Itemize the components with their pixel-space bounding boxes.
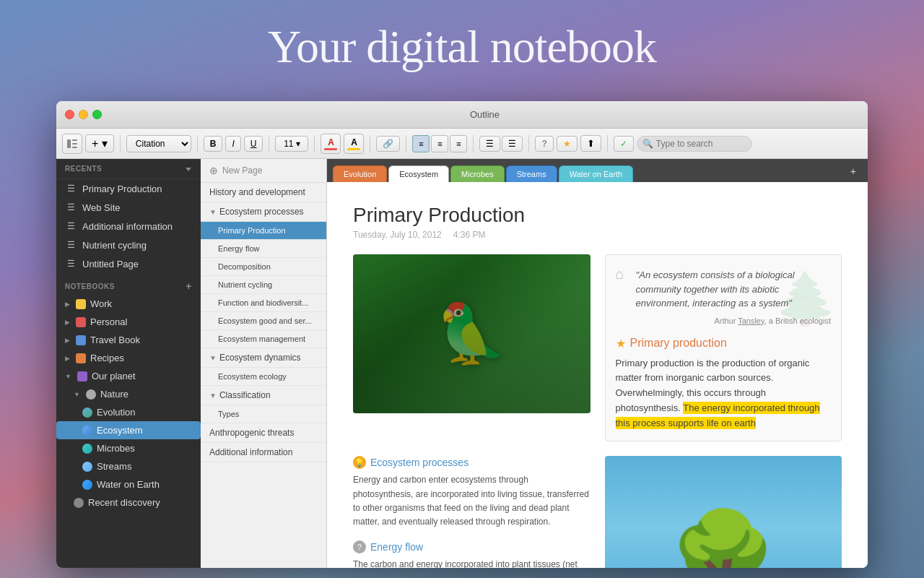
notebook-microbes[interactable]: Microbes	[56, 439, 201, 457]
ordered-list-button[interactable]: ☰	[502, 136, 523, 152]
highlight-color-button[interactable]: A	[344, 134, 364, 154]
bird-image	[353, 254, 590, 413]
search-input[interactable]	[637, 136, 752, 152]
tab-microbes[interactable]: Microbes	[450, 165, 505, 182]
recent-item-untitled[interactable]: ☰ Untitled Page	[56, 254, 201, 273]
chevron-icon-3: ▶	[65, 337, 70, 344]
notebook-streams[interactable]: Streams	[56, 457, 201, 475]
quote-box: 🌲 ⌂ "An ecosystem consists of a biologic…	[605, 254, 842, 441]
notebook-travel[interactable]: ▶ Travel Book	[56, 331, 201, 349]
new-page-button[interactable]: ⊕ New Page	[201, 159, 326, 183]
separator-8	[528, 135, 529, 152]
folder-icon-work	[76, 299, 86, 309]
close-button[interactable]	[65, 110, 74, 119]
tab-evolution[interactable]: Evolution	[333, 165, 387, 182]
notebook-label-our-planet: Our planet	[92, 371, 136, 381]
notebook-label-recipes: Recipes	[90, 353, 124, 363]
recent-item-additional[interactable]: ☰ Additional information	[56, 217, 201, 236]
main-content: RECENTS ☰ Primary Production ☰ Web Site …	[56, 159, 868, 568]
notebook-water-on-earth[interactable]: Water on Earth	[56, 475, 201, 493]
notebook-nature[interactable]: ▼ Nature	[56, 385, 201, 403]
notebook-evolution[interactable]: Evolution	[56, 403, 201, 421]
add-notebook-button[interactable]: +	[186, 280, 192, 292]
ecosystem-processes-section: 💡 Ecosystem processes Energy and carbon …	[353, 456, 590, 529]
quote-icon: ⌂	[616, 267, 624, 281]
recents-header[interactable]: RECENTS	[56, 159, 201, 179]
notebook-ecosystem[interactable]: Ecosystem	[56, 421, 201, 439]
notebook-label-microbes: Microbes	[97, 443, 135, 454]
unordered-list-button[interactable]: ☰	[479, 136, 500, 152]
separator-4	[314, 135, 315, 152]
italic-button[interactable]: I	[225, 136, 240, 152]
primary-prod-text: Primary production is the production of …	[616, 356, 832, 431]
notebook-label-personal: Personal	[90, 316, 127, 327]
outline-primary-production[interactable]: Primary Production	[201, 222, 326, 240]
notebooks-header: NOTEBOOKS +	[56, 273, 201, 295]
share-button[interactable]: ⬆	[580, 135, 601, 152]
outline-history[interactable]: History and development	[201, 183, 326, 202]
outline-additional[interactable]: Additional information	[201, 443, 326, 462]
notebook-label-work: Work	[90, 298, 112, 309]
folder-icon-travel	[76, 335, 86, 345]
list-group: ☰ ☰	[479, 136, 523, 152]
notebook-our-planet[interactable]: ▼ Our planet	[56, 367, 201, 385]
chevron-icon-2: ▶	[65, 319, 70, 326]
tab-water[interactable]: Water on Earth	[559, 165, 634, 182]
outline-function[interactable]: Function and biodiversit...	[201, 294, 326, 312]
outline-energy-flow[interactable]: Energy flow	[201, 240, 326, 258]
sidebar-toggle-button[interactable]	[62, 134, 82, 154]
separator-9	[607, 135, 608, 152]
outline-anthropogenic[interactable]: Anthropogenic threats	[201, 423, 326, 443]
font-style-select[interactable]: Citation	[126, 135, 191, 152]
eco-energy-title: ? Energy flow	[353, 540, 590, 553]
outline-ecosystem-ecology[interactable]: Ecosystem ecology	[201, 368, 326, 386]
bulb-icon: 💡	[353, 456, 366, 469]
outline-ecosystem-dynamics[interactable]: ▼Ecosystem dynamics	[201, 348, 326, 368]
star-button[interactable]: ★	[557, 136, 578, 152]
add-tab-button[interactable]: +	[845, 162, 862, 181]
doc-icon-4: ☰	[65, 239, 77, 251]
link-button[interactable]: 🔗	[376, 136, 400, 152]
notebook-label-evolution: Evolution	[97, 407, 135, 418]
svg-rect-0	[67, 139, 71, 148]
notebook-personal[interactable]: ▶ Personal	[56, 313, 201, 331]
recent-item-label-4: Nutrient cycling	[82, 240, 192, 251]
outline-classification[interactable]: ▼Classification	[201, 386, 326, 405]
recent-item-primary-production[interactable]: ☰ Primary Production	[56, 179, 201, 198]
eco-energy-text: The carbon and energy incorporated into …	[353, 558, 590, 568]
outline-nutrient-cycling[interactable]: Nutrient cycling	[201, 276, 326, 294]
align-center-button[interactable]: ≡	[431, 135, 448, 152]
outline-panel: ⊕ New Page History and development ▼Ecos…	[201, 159, 327, 568]
outline-ecosystem-good[interactable]: Ecosystem good and ser...	[201, 312, 326, 330]
tab-bar: Evolution Ecosystem Microbes Streams Wat…	[327, 159, 868, 182]
align-left-button[interactable]: ≡	[412, 135, 430, 152]
notebook-work[interactable]: ▶ Work	[56, 295, 201, 313]
help-button[interactable]: ?	[535, 136, 553, 152]
align-right-button[interactable]: ≡	[450, 135, 467, 152]
maximize-button[interactable]	[92, 110, 102, 119]
check-button[interactable]: ✓	[614, 136, 634, 152]
outline-ecosystem-mgmt[interactable]: Ecosystem management	[201, 330, 326, 348]
app-window: Outline + ▾ Citation B I U 11 ▾ A A	[56, 101, 868, 568]
bold-button[interactable]: B	[204, 136, 223, 152]
recent-item-web-site[interactable]: ☰ Web Site	[56, 198, 201, 217]
chevron-icon-6: ▼	[74, 391, 80, 398]
add-button[interactable]: + ▾	[85, 134, 114, 152]
content-area: Evolution Ecosystem Microbes Streams Wat…	[327, 159, 868, 568]
outline-decomposition[interactable]: Decomposition	[201, 258, 326, 276]
notebook-recent-discovery[interactable]: Recent discovery	[56, 493, 201, 512]
outline-ecosystem-processes[interactable]: ▼Ecosystem processes	[201, 202, 326, 222]
font-color-button[interactable]: A	[321, 134, 341, 154]
tab-ecosystem[interactable]: Ecosystem	[388, 165, 449, 182]
minimize-button[interactable]	[79, 110, 88, 119]
folder-icon-our-planet	[77, 371, 87, 381]
eco-processes-title: 💡 Ecosystem processes	[353, 456, 590, 469]
recent-item-nutrient[interactable]: ☰ Nutrient cycling	[56, 236, 201, 254]
tab-streams[interactable]: Streams	[506, 165, 557, 182]
underline-button[interactable]: U	[244, 136, 263, 152]
outline-types[interactable]: Types	[201, 405, 326, 423]
notebook-recipes[interactable]: ▶ Recipes	[56, 349, 201, 367]
doc-icon-2: ☰	[65, 202, 77, 213]
add-page-icon: ⊕	[209, 165, 218, 176]
font-size-input[interactable]: 11 ▾	[275, 136, 308, 152]
